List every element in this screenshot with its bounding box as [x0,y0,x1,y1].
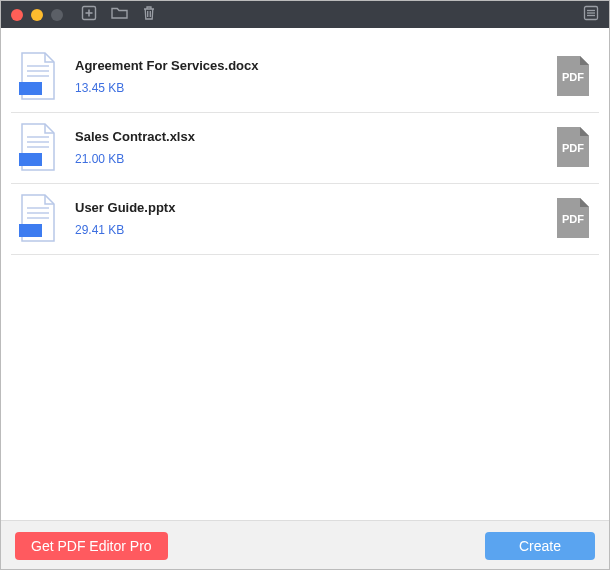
svg-rect-10 [19,82,42,95]
file-info: Agreement For Services.docx 13.45 KB [75,58,537,95]
add-file-icon[interactable] [81,5,97,25]
window-controls [11,9,63,21]
file-row[interactable]: Sales Contract.xlsx 21.00 KB PDF [11,113,599,184]
titlebar [1,1,609,28]
file-size: 29.41 KB [75,223,537,237]
file-row[interactable]: User Guide.pptx 29.41 KB PDF [11,184,599,255]
svg-text:PDF: PDF [562,213,584,225]
toolbar-icons [81,5,156,25]
close-window-button[interactable] [11,9,23,21]
upgrade-button[interactable]: Get PDF Editor Pro [15,532,168,560]
create-button[interactable]: Create [485,532,595,560]
file-name: Agreement For Services.docx [75,58,537,73]
svg-rect-20 [19,224,42,237]
list-icon[interactable] [583,5,599,25]
svg-text:PDF: PDF [562,71,584,83]
file-info: User Guide.pptx 29.41 KB [75,200,537,237]
trash-icon[interactable] [142,5,156,25]
svg-rect-15 [19,153,42,166]
document-icon [19,194,57,242]
pdf-icon: PDF [555,54,591,98]
minimize-window-button[interactable] [31,9,43,21]
document-icon [19,123,57,171]
document-icon [19,52,57,100]
pdf-icon: PDF [555,196,591,240]
svg-text:PDF: PDF [562,142,584,154]
maximize-window-button[interactable] [51,9,63,21]
file-name: Sales Contract.xlsx [75,129,537,144]
file-info: Sales Contract.xlsx 21.00 KB [75,129,537,166]
pdf-icon: PDF [555,125,591,169]
file-list: Agreement For Services.docx 13.45 KB PDF… [1,28,609,520]
file-row[interactable]: Agreement For Services.docx 13.45 KB PDF [11,42,599,113]
add-folder-icon[interactable] [111,6,128,24]
file-name: User Guide.pptx [75,200,537,215]
file-size: 21.00 KB [75,152,537,166]
file-size: 13.45 KB [75,81,537,95]
footer: Get PDF Editor Pro Create [1,520,609,570]
